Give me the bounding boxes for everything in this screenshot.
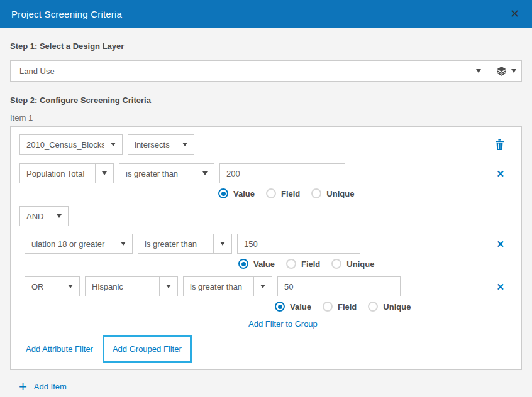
add-attribute-filter-link[interactable]: Add Attribute Filter [26,344,93,354]
delete-item-button[interactable] [495,139,504,150]
filter-operator-select[interactable]: is greater than [119,163,214,183]
dialog-header: Project Screening Criteria ✕ [0,0,532,28]
layers-icon [496,66,507,76]
logic-operator-select[interactable]: AND [19,206,69,226]
radio-value[interactable] [238,259,248,269]
item-layer-select[interactable]: 2010_Census_Blocks [19,134,123,155]
radio-field[interactable] [323,302,333,312]
filter-field-select[interactable]: ulation 18 or greater [25,234,133,254]
radio-value[interactable] [275,302,285,312]
filter-value-input[interactable] [237,234,360,254]
chevron-down-icon [68,285,73,288]
radio-unique[interactable] [368,302,378,312]
chevron-down-icon [202,171,208,175]
filter-mode-options: Value Field Unique [218,188,513,198]
item-actions-row: Add Attribute Filter Add Grouped Filter [19,335,513,363]
screening-item-card: 2010_Census_Blocks intersects [10,126,522,370]
filter-operator-select[interactable]: is greater than [183,276,272,296]
filter-operator-select[interactable]: is greater than [138,234,232,254]
plus-icon: + [19,381,27,393]
radio-field[interactable] [266,188,276,198]
design-layer-row: Land Use [10,60,522,82]
add-filter-to-group-link[interactable]: Add Filter to Group [248,319,318,329]
spatial-operator-select[interactable]: intersects [128,134,194,155]
dialog-body: Step 1: Select a Design Layer Land Use S… [0,28,532,393]
radio-field[interactable] [286,259,296,269]
filter-field-select[interactable]: Hispanic [85,276,178,296]
chevron-down-icon [182,143,187,146]
chevron-down-icon [260,285,265,288]
group-logic-select[interactable]: OR [25,276,80,296]
close-icon[interactable]: ✕ [509,8,521,19]
remove-icon: ✕ [496,239,504,249]
design-layer-select[interactable]: Land Use [10,60,490,82]
remove-filter-button[interactable]: ✕ [496,239,504,249]
radio-value[interactable] [218,188,228,198]
chevron-down-icon [121,242,126,246]
item-label: Item 1 [10,113,522,122]
chevron-down-icon [476,69,481,73]
filter-group: ulation 18 or greater is greater than ✕ … [19,234,513,329]
chevron-down-icon [57,214,62,218]
chevron-down-icon [102,171,107,175]
trash-icon [495,139,504,150]
filter-mode-options: Value Field Unique [275,302,513,312]
project-screening-dialog: Project Screening Criteria ✕ Step 1: Sel… [0,0,532,393]
remove-icon: ✕ [496,169,504,178]
layer-options-button[interactable] [490,60,522,82]
step1-label: Step 1: Select a Design Layer [10,41,522,51]
add-grouped-filter-link[interactable]: Add Grouped Filter [113,344,182,354]
radio-unique[interactable] [311,188,321,198]
tutorial-highlight-box: Add Grouped Filter [103,335,192,363]
remove-filter-button[interactable]: ✕ [496,282,504,291]
filter-value-input[interactable] [277,276,401,296]
step2-label: Step 2: Configure Screening Criteria [10,95,522,105]
logic-row: AND [19,206,513,226]
chevron-down-icon [511,69,516,73]
filter-field-select[interactable]: Population Total [19,163,114,183]
add-item-button[interactable]: + Add Item [19,381,67,393]
dialog-title: Project Screening Criteria [11,9,122,19]
add-item-label: Add Item [34,382,67,391]
item-header-row: 2010_Census_Blocks intersects [19,134,513,155]
remove-filter-button[interactable]: ✕ [496,169,504,178]
filter-mode-options: Value Field Unique [238,259,513,269]
filter-value-input[interactable] [219,163,345,183]
design-layer-value: Land Use [19,67,55,76]
radio-unique[interactable] [331,259,341,269]
filter-row: OR Hispanic is greater than ✕ [25,276,513,296]
remove-icon: ✕ [496,282,504,291]
chevron-down-icon [166,285,171,288]
chevron-down-icon [220,242,225,246]
chevron-down-icon [111,143,116,146]
filter-row: Population Total is greater than ✕ [19,163,513,183]
filter-row: ulation 18 or greater is greater than ✕ [25,234,513,254]
